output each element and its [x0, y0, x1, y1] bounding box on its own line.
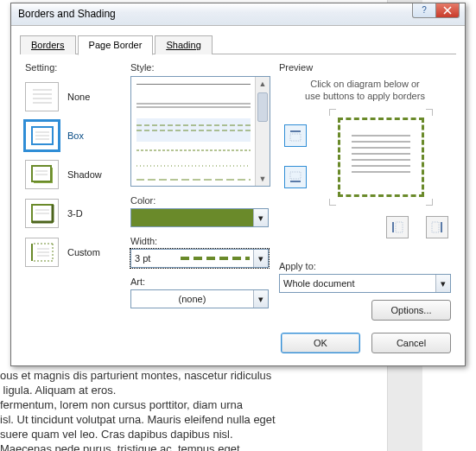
border-top-icon: [289, 129, 302, 143]
setting-label: Setting:: [25, 62, 57, 73]
svg-rect-32: [290, 130, 301, 132]
svg-rect-34: [290, 181, 301, 182]
art-value: (none): [131, 290, 253, 308]
setting-none[interactable]: None: [25, 82, 122, 111]
options-button[interactable]: Options...: [371, 300, 451, 321]
dialog-buttons: OK Cancel: [272, 333, 451, 353]
text-lines-icon: [352, 135, 410, 177]
style-scrollbar[interactable]: ▲ ▼: [255, 77, 270, 186]
corner-mark-icon: [426, 109, 433, 116]
setting-group: Setting: None Box: [25, 62, 122, 267]
chevron-down-icon[interactable]: ▾: [253, 209, 268, 226]
style-item-long-dashed[interactable]: [136, 174, 251, 186]
apply-to-label: Apply to:: [279, 261, 451, 271]
chevron-down-icon[interactable]: ▾: [435, 275, 450, 292]
custom-icon: [25, 238, 59, 267]
color-combo[interactable]: ▾: [130, 208, 269, 227]
style-item-double[interactable]: [136, 101, 251, 113]
tab-borders[interactable]: Borders: [20, 35, 76, 54]
style-item-fine-dashed[interactable]: [136, 144, 251, 156]
chevron-down-icon[interactable]: ▾: [253, 250, 268, 267]
preview-label: Preview: [279, 62, 313, 73]
svg-rect-38: [441, 222, 442, 232]
setting-item-label: Box: [67, 130, 84, 141]
apply-to-combo[interactable]: Whole document ▾: [279, 274, 451, 293]
style-item-dotted[interactable]: [136, 160, 251, 172]
shadow-icon: [25, 160, 59, 189]
threed-icon: [25, 199, 59, 228]
width-sample-icon: [181, 256, 250, 261]
tab-pane: Setting: None Box: [20, 54, 456, 357]
svg-rect-37: [396, 222, 403, 232]
preview-group: Preview Click on diagram below or use bu…: [279, 62, 451, 321]
cancel-button[interactable]: Cancel: [371, 333, 451, 353]
svg-rect-36: [392, 222, 394, 232]
apply-to-value: Whole document: [280, 275, 435, 292]
svg-rect-39: [432, 222, 439, 232]
svg-rect-33: [290, 134, 301, 141]
tab-page-border[interactable]: Page Border: [78, 35, 154, 55]
scroll-up-icon[interactable]: ▲: [256, 77, 270, 91]
document-body-text: ous et magnis dis parturient montes, nas…: [0, 368, 476, 451]
style-listbox[interactable]: ▲ ▼: [130, 76, 270, 187]
setting-3d[interactable]: 3-D: [25, 199, 122, 228]
setting-item-label: Shadow: [67, 169, 102, 180]
art-label: Art:: [130, 276, 269, 287]
border-right-icon: [430, 220, 444, 234]
border-left-icon: [390, 220, 404, 234]
preview-hint: Click on diagram below or use buttons to…: [279, 78, 451, 102]
border-top-button[interactable]: [284, 124, 307, 147]
style-item-dashed-selected[interactable]: [136, 118, 251, 142]
help-button[interactable]: ?: [412, 3, 436, 18]
border-bottom-icon: [289, 170, 302, 184]
ok-button[interactable]: OK: [281, 333, 360, 353]
style-group: Style:: [130, 62, 269, 308]
svg-rect-12: [32, 166, 51, 181]
setting-custom[interactable]: Custom: [25, 238, 122, 267]
preview-canvas: [279, 112, 451, 242]
border-bottom-button[interactable]: [284, 166, 307, 188]
close-icon: [443, 6, 452, 15]
chevron-down-icon[interactable]: ▾: [253, 290, 268, 308]
corner-mark-icon: [426, 199, 433, 206]
border-right-button[interactable]: [426, 216, 448, 238]
art-combo[interactable]: (none) ▾: [130, 289, 269, 308]
setting-shadow[interactable]: Shadow: [25, 160, 122, 189]
box-icon: [25, 121, 59, 150]
style-item-solid[interactable]: [136, 84, 251, 97]
width-label: Width:: [130, 236, 269, 246]
width-value: 3 pt: [131, 250, 253, 267]
scroll-down-icon[interactable]: ▼: [256, 172, 270, 186]
corner-mark-icon: [329, 109, 336, 116]
color-swatch: [131, 209, 253, 226]
help-icon: ?: [420, 6, 428, 15]
style-label: Style:: [130, 62, 155, 73]
borders-shading-dialog: Borders and Shading ? Borders Page Borde…: [10, 3, 466, 366]
close-button[interactable]: [435, 3, 460, 18]
border-left-button[interactable]: [386, 216, 409, 238]
tab-shading[interactable]: Shading: [155, 35, 212, 54]
tab-strip: Borders Page Border Shading: [20, 35, 456, 54]
titlebar[interactable]: Borders and Shading ?: [11, 3, 465, 26]
corner-mark-icon: [329, 199, 336, 206]
setting-item-label: None: [67, 92, 90, 102]
page-preview[interactable]: [334, 114, 428, 200]
scroll-thumb[interactable]: [257, 92, 268, 122]
width-combo[interactable]: 3 pt ▾: [130, 249, 269, 268]
setting-box[interactable]: Box: [25, 121, 122, 150]
svg-rect-35: [290, 172, 301, 179]
svg-text:?: ?: [422, 6, 427, 15]
none-icon: [25, 82, 59, 111]
setting-item-label: 3-D: [67, 208, 83, 219]
color-label: Color:: [130, 195, 269, 206]
dialog-title: Borders and Shading: [18, 8, 116, 20]
setting-item-label: Custom: [67, 247, 100, 257]
